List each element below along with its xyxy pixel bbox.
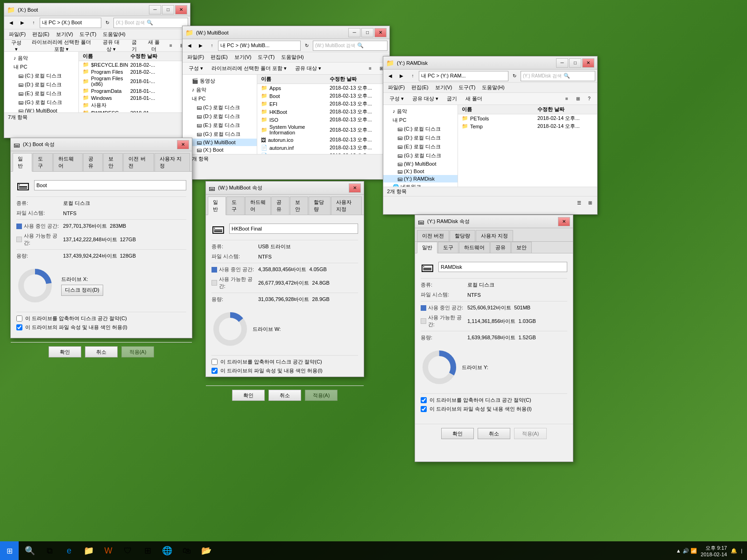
maximize-button[interactable]: □ (569, 58, 581, 68)
multiboot-explorer-window[interactable]: 📁 (W:) MultiBoot ─ □ ✕ ◀ ▶ ↑ 내 PC > (W:)… (182, 26, 390, 180)
disk-cleanup-button[interactable]: 디스크 정리(D) (61, 285, 103, 296)
cancel-button[interactable]: 취소 (268, 390, 301, 401)
file-row[interactable]: 📁Program Files2018-02-... (79, 68, 190, 75)
tab-sharing[interactable]: 공유 (271, 196, 289, 215)
menu-help[interactable]: 도움말(H) (479, 83, 507, 92)
nav-music[interactable]: ♪ 음악 (383, 107, 458, 116)
nav-mypc[interactable]: 내 PC (383, 116, 458, 125)
nav-c[interactable]: 🖴 (C:) 로컬 디스크 (383, 125, 458, 133)
chrome-taskbar-item[interactable]: 🌐 (158, 542, 176, 560)
drive-name-input[interactable] (34, 180, 186, 190)
refresh-button[interactable]: ↻ (509, 71, 520, 81)
maximize-button[interactable]: □ (162, 5, 174, 14)
file-row[interactable]: 📁$WIMDESC2018-01-... (79, 109, 190, 112)
start-button[interactable]: ⊞ (0, 541, 19, 560)
close-button[interactable]: ✕ (374, 28, 387, 37)
menu-view[interactable]: 보기(V) (232, 53, 254, 62)
tab-security[interactable]: 보안 (511, 242, 532, 253)
view-toggle[interactable]: ≡ (562, 94, 572, 104)
nav-x[interactable]: 🖴 (X:) Boot (183, 146, 257, 154)
tab-hardware[interactable]: 하드웨어 (53, 153, 83, 171)
close-button[interactable]: ✕ (177, 140, 189, 149)
menu-edit[interactable]: 편집(E) (29, 30, 52, 39)
compress-checkbox[interactable] (16, 315, 22, 322)
minimize-button[interactable]: ─ (348, 28, 360, 37)
tab-quota[interactable]: 할당량 (309, 196, 331, 215)
menu-tools[interactable]: 도구(T) (255, 53, 277, 62)
tab-hardware[interactable]: 하드웨어 (459, 242, 490, 253)
new-folder-button[interactable]: 새 폴더 (144, 41, 164, 51)
drive-name-input[interactable] (438, 262, 567, 272)
up-button[interactable]: ↑ (207, 41, 217, 51)
nav-x[interactable]: 🖴 (X:) Boot (383, 168, 458, 175)
search-box[interactable]: (X:) Boot 검색 🔍 (113, 18, 188, 28)
file-row[interactable]: 📁Windows2018-01-... (79, 94, 190, 101)
nav-c[interactable]: 🖴 (C:) 로컬 디스크 (183, 103, 257, 112)
menu-tools[interactable]: 도구(T) (456, 83, 478, 92)
file-row[interactable]: 📁Apps2018-02-13 오후... (257, 84, 389, 92)
ok-button[interactable]: 확인 (49, 346, 81, 357)
apply-button[interactable]: 적용(A) (514, 428, 547, 439)
file-row[interactable]: 📁Boot2018-02-13 오후... (257, 92, 389, 100)
compress-checkbox[interactable] (421, 397, 427, 403)
tab-general[interactable]: 일반 (208, 196, 226, 215)
address-bar[interactable]: 내 PC > (W:) MultiB... (218, 41, 301, 51)
close-button[interactable]: ✕ (558, 217, 570, 226)
file-row[interactable]: 📄autorun.inf2018-02-13 오후... (257, 144, 389, 152)
notification-icon[interactable]: 🔔 (731, 548, 737, 554)
back-button[interactable]: ◀ (385, 71, 395, 81)
burn-button[interactable]: 굽기 (444, 94, 460, 104)
search-taskbar-item[interactable]: 🔍 (21, 542, 39, 560)
nav-d[interactable]: 🖴 (D:) 로컬 디스크 (383, 133, 458, 142)
file-row[interactable]: 📁System Volume Information2018-02-13 오후.… (257, 124, 389, 136)
organize-button[interactable]: 구성 ▾ (185, 63, 206, 74)
apply-button[interactable]: 적용(A) (121, 346, 154, 357)
tab-sharing[interactable]: 공유 (83, 153, 103, 171)
menu-help[interactable]: 도움말(H) (278, 53, 306, 62)
explorer2-taskbar-item[interactable]: 📂 (197, 542, 216, 560)
nav-music[interactable]: ♪ 음악 (183, 85, 257, 94)
organize-button[interactable]: 구성 ▾ (386, 94, 407, 104)
menu-file[interactable]: 파일(F) (184, 53, 207, 62)
include-library-button[interactable]: 라이브러리에 선택한 폴더 포함 ▾ (208, 63, 290, 74)
cancel-button[interactable]: 취소 (85, 346, 118, 357)
nav-c[interactable]: 🖴 (C:) 로컬 디스크 (4, 71, 78, 80)
tab-tools[interactable]: 도구 (438, 242, 458, 253)
nav-y[interactable]: 🖴 (Y:) RAMDisk (183, 154, 257, 154)
tab-quota[interactable]: 할당량 (450, 230, 475, 241)
back-button[interactable]: ◀ (6, 18, 16, 28)
file-row[interactable]: 📄Bootmgr2018-02-13 오후... (257, 152, 389, 154)
windows-security-taskbar-item[interactable]: 🛡 (119, 542, 137, 560)
drive-name-input[interactable] (229, 224, 358, 234)
boot-explorer-window[interactable]: 📁 (X:) Boot ─ □ ✕ ◀ ▶ ↑ 내 PC > (X:) Boot… (4, 3, 190, 138)
view-toggle-button[interactable]: ≡ (166, 41, 176, 51)
menu-view[interactable]: 보기(V) (432, 83, 455, 92)
new-folder-button[interactable]: 새 폴더 (462, 94, 486, 104)
minimize-button[interactable]: ─ (149, 5, 161, 14)
nav-video[interactable]: 🎬 동영상 (183, 77, 257, 85)
search-box[interactable]: (Y:) RAMDisk 검색 🔍 (521, 71, 595, 81)
back-button[interactable]: ◀ (184, 41, 195, 51)
edge-taskbar-item[interactable]: e (60, 542, 78, 560)
taskbar-clock[interactable]: 오후 9:17 2018-02-14 (701, 545, 727, 557)
index-checkbox[interactable] (211, 368, 218, 374)
file-row[interactable]: 📁PETools2018-02-14 오후... (458, 114, 597, 122)
tab-tools[interactable]: 도구 (33, 153, 52, 171)
apply-button[interactable]: 적용(A) (305, 390, 338, 401)
search-box[interactable]: (W:) MultiBoot 검색 🔍 (313, 41, 388, 51)
store-taskbar-item[interactable]: 🛍 (177, 542, 196, 560)
menu-edit[interactable]: 편집(E) (409, 83, 431, 92)
forward-button[interactable]: ▶ (396, 71, 407, 81)
close-button[interactable]: ✕ (349, 183, 361, 193)
share-button[interactable]: 공유 대상 ▾ (292, 63, 324, 74)
forward-button[interactable]: ▶ (17, 18, 28, 28)
address-bar[interactable]: 내 PC > (Y:) RAM... (419, 71, 508, 81)
nav-d[interactable]: 🖴 (D:) 로컬 디스크 (183, 112, 257, 121)
nav-g[interactable]: 🖴 (G:) 로컬 디스크 (383, 151, 458, 160)
office-taskbar-item[interactable]: W (99, 542, 118, 560)
nav-w[interactable]: 🖴 (W:) MultiBoot (4, 107, 78, 112)
tab-security[interactable]: 보안 (290, 196, 308, 215)
nav-e[interactable]: 🖴 (E:) 로컬 디스크 (4, 89, 78, 98)
nav-mypc[interactable]: 내 PC (4, 63, 78, 71)
file-row[interactable]: 📁$RECYCLE.BIN2018-02-... (79, 61, 190, 68)
